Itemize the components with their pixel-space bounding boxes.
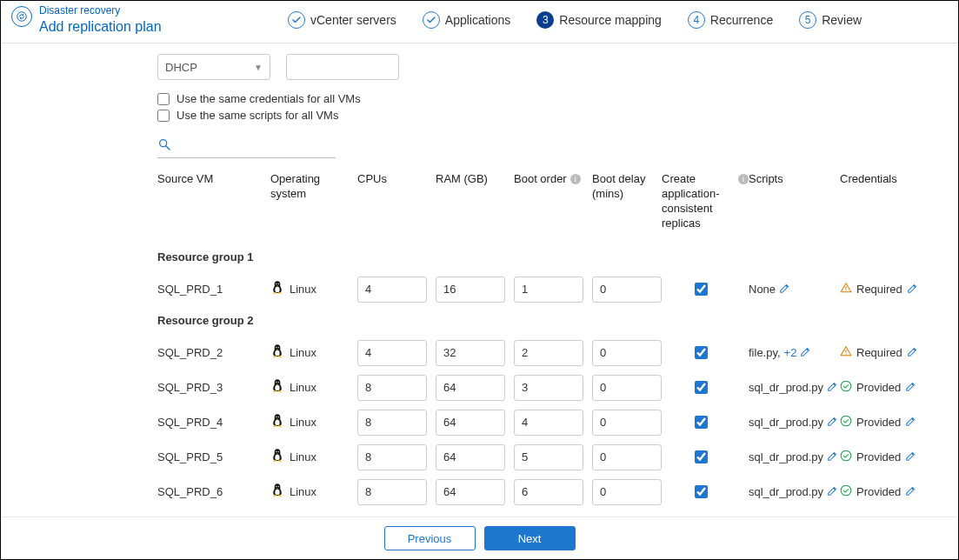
boot-delay-input[interactable] [592,277,662,303]
os-cell: Linux [270,343,357,362]
info-icon[interactable]: i [570,174,581,184]
edit-icon[interactable] [907,345,919,360]
replica-checkbox[interactable] [695,283,708,296]
os-label: Linux [290,485,316,498]
ip-extra-input[interactable] [286,54,399,80]
wizard-step-2[interactable]: Applications [423,11,511,29]
cred-status: Provided [856,450,901,463]
table-row: SQL_PRD_4Linuxsql_dr_prod.py Provided [157,405,905,440]
replica-checkbox[interactable] [695,416,708,429]
script-name: sql_dr_prod.py [749,381,823,394]
replica-checkbox[interactable] [695,485,708,498]
boot-order-input[interactable] [514,277,583,303]
boot-order-input[interactable] [514,375,583,401]
script-name: None [749,283,776,296]
os-cell: Linux [270,280,357,298]
ip-type-select[interactable]: DHCP ▼ [157,54,270,80]
credentials-cell: Provided [840,380,936,395]
chevron-down-icon: ▼ [254,63,263,72]
edit-icon[interactable] [905,450,917,464]
cred-status: Provided [856,416,901,429]
cpus-input[interactable] [357,277,427,303]
boot-delay-input[interactable] [592,444,662,470]
replica-checkbox[interactable] [695,346,708,359]
script-more[interactable]: +2 [784,346,797,359]
replica-checkbox[interactable] [695,450,708,463]
replica-checkbox[interactable] [695,381,708,394]
source-vm-name: SQL_PRD_6 [157,485,270,498]
edit-icon[interactable] [827,484,839,499]
credentials-cell: Provided [840,484,936,499]
same-scripts-checkbox[interactable]: Use the same scripts for all VMs [157,109,941,122]
os-label: Linux [290,450,316,463]
wizard-step-5[interactable]: 5Review [799,11,862,29]
source-vm-name: SQL_PRD_4 [157,416,270,429]
source-vm-name: SQL_PRD_2 [157,346,270,359]
credentials-cell: Provided [840,450,936,464]
resource-group-header: Resource group 2 [157,307,905,336]
wizard-step-1[interactable]: vCenter servers [288,11,396,29]
script-name: sql_dr_prod.py [749,450,823,463]
step-label: Resource mapping [559,13,662,27]
source-vm-name: SQL_PRD_1 [157,283,270,296]
table-row: SQL_PRD_5Linuxsql_dr_prod.py Provided [157,440,905,475]
check-circle-icon [840,484,852,499]
cred-status: Required [856,283,902,296]
edit-icon[interactable] [905,484,917,499]
ram-input[interactable] [436,479,505,505]
previous-button[interactable]: Previous [384,526,476,550]
boot-delay-input[interactable] [592,340,662,366]
linux-icon [270,343,284,362]
wizard-step-3[interactable]: 3Resource mapping [536,11,662,29]
edit-icon[interactable] [905,380,917,395]
cred-status: Provided [856,485,901,498]
info-icon[interactable]: i [738,174,749,184]
col-credentials: Credentials [840,172,936,231]
next-button[interactable]: Next [484,526,576,550]
boot-order-input[interactable] [514,340,583,366]
cpus-input[interactable] [357,340,427,366]
linux-icon [270,483,284,501]
boot-delay-input[interactable] [592,410,662,436]
boot-order-input[interactable] [514,479,583,505]
boot-order-input[interactable] [514,444,583,470]
edit-icon[interactable] [827,415,839,430]
cpus-input[interactable] [357,479,427,505]
col-ram: RAM (GB) [436,172,514,231]
replicate-icon [11,6,32,27]
edit-icon[interactable] [827,450,839,464]
ram-input[interactable] [436,277,505,303]
boot-order-input[interactable] [514,410,583,436]
cpus-input[interactable] [357,444,427,470]
edit-icon[interactable] [779,282,791,297]
step-number: 4 [688,11,705,29]
same-credentials-checkbox[interactable]: Use the same credentials for all VMs [157,92,941,105]
boot-delay-input[interactable] [592,479,662,505]
cpus-input[interactable] [357,375,427,401]
breadcrumb[interactable]: Disaster recovery [39,4,162,18]
wizard-step-4[interactable]: 4Recurrence [688,11,773,29]
edit-icon[interactable] [905,415,917,430]
search-input[interactable] [157,137,336,158]
script-name: sql_dr_prod.py [749,485,823,498]
checkbox-label: Use the same scripts for all VMs [176,109,338,122]
col-source-vm: Source VM [157,172,270,231]
boot-delay-input[interactable] [592,375,662,401]
edit-icon[interactable] [907,282,919,297]
warning-icon [840,282,852,297]
step-label: Recurrence [710,13,773,27]
ram-input[interactable] [436,410,505,436]
cpus-input[interactable] [357,410,427,436]
table-row: SQL_PRD_1LinuxNone Required [157,272,905,307]
edit-icon[interactable] [827,380,839,395]
checkbox[interactable] [157,110,170,122]
check-icon [288,11,305,29]
ram-input[interactable] [436,340,505,366]
os-label: Linux [290,346,316,359]
ram-input[interactable] [436,375,505,401]
os-cell: Linux [270,483,357,501]
checkbox[interactable] [157,93,170,105]
ram-input[interactable] [436,444,505,470]
edit-icon[interactable] [800,345,812,360]
col-boot-delay: Boot delay (mins) [592,172,662,231]
